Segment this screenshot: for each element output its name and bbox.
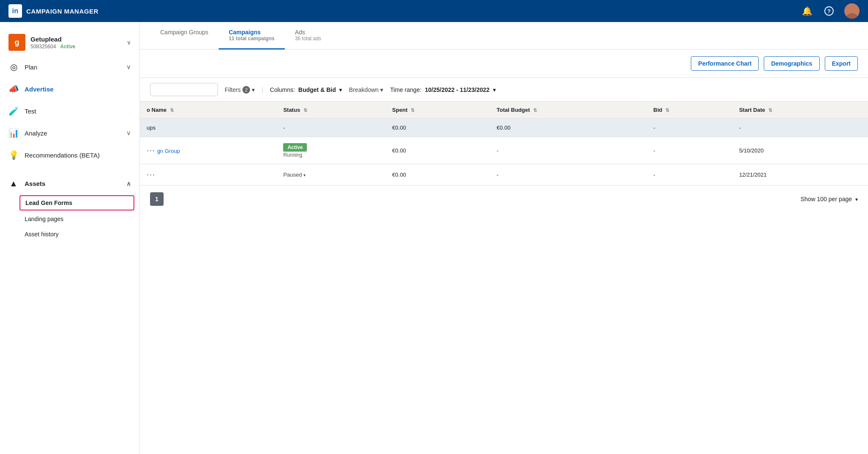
col-status: Status ⇅	[276, 102, 385, 119]
export-button[interactable]: Export	[825, 56, 858, 71]
col-spent: Spent ⇅	[385, 102, 490, 119]
sidebar-item-lead-gen-forms[interactable]: Lead Gen Forms	[19, 195, 134, 210]
asset-history-label: Asset history	[25, 231, 58, 238]
sidebar-item-asset-history[interactable]: Asset history	[0, 227, 139, 242]
row2-paused-chevron-icon[interactable]: ▾	[303, 173, 306, 177]
row2-status: Paused ▾	[276, 164, 385, 185]
linkedin-logo: in	[8, 4, 22, 18]
svg-point-3	[846, 13, 857, 19]
col-total-budget: Total Budget ⇅	[490, 102, 647, 119]
row2-name: ···	[140, 164, 276, 185]
top-nav-right: 🔔 ?	[800, 3, 860, 19]
account-avatar: g	[8, 34, 25, 51]
columns-chevron-icon: ▾	[339, 86, 342, 93]
group-start-date: -	[732, 119, 868, 137]
col-start-date-sort-icon[interactable]: ⇅	[768, 108, 772, 113]
filters-button[interactable]: Filters 2 ▾	[225, 86, 255, 94]
toolbar: Performance Chart Demographics Export	[140, 50, 868, 78]
tab-campaign-groups-label: Campaign Groups	[160, 29, 209, 36]
brand-text: CAMPAIGN MANAGER	[26, 8, 98, 15]
col-name-sort-icon[interactable]: ⇅	[170, 108, 174, 113]
per-page-chevron-icon[interactable]: ▾	[855, 197, 858, 202]
group-bid: -	[647, 119, 732, 137]
sidebar-item-landing-pages[interactable]: Landing pages	[0, 211, 139, 227]
row1-status-text: Running	[283, 152, 302, 158]
analyze-icon: 📊	[8, 128, 19, 138]
main-content: Campaign Groups Campaigns 11 total campa…	[140, 22, 868, 454]
tab-campaigns-count: 11 total campaigns	[229, 36, 275, 42]
breakdown-chevron-icon: ▾	[380, 86, 383, 93]
col-status-sort-icon[interactable]: ⇅	[303, 108, 307, 113]
plan-chevron-icon: ∨	[126, 63, 131, 71]
account-status: Active	[60, 44, 75, 50]
account-id: 508325604	[31, 44, 56, 50]
group-status: -	[276, 119, 385, 137]
row2-bid: -	[647, 164, 732, 185]
advertise-icon: 📣	[8, 84, 19, 94]
row2-total-budget: -	[490, 164, 647, 185]
sidebar: g Getuplead 508325604 Active ∨ ◎ Plan ∨ …	[0, 22, 140, 454]
sidebar-item-test-label: Test	[25, 108, 36, 115]
test-icon: 🧪	[8, 106, 19, 116]
brand: in CAMPAIGN MANAGER	[8, 4, 98, 18]
col-total-budget-sort-icon[interactable]: ⇅	[533, 108, 537, 113]
row2-menu-button[interactable]: ···	[147, 170, 156, 179]
col-name: o Name ⇅	[140, 102, 276, 119]
row1-bid: -	[647, 137, 732, 164]
breakdown-button[interactable]: Breakdown ▾	[349, 86, 383, 93]
per-page-control: Show 100 per page ▾	[801, 196, 858, 202]
col-spent-sort-icon[interactable]: ⇅	[411, 108, 415, 113]
sidebar-item-plan[interactable]: ◎ Plan ∨	[0, 56, 139, 78]
account-id-status: 508325604 Active	[31, 43, 122, 50]
col-bid: Bid ⇅	[647, 102, 732, 119]
analyze-chevron-icon: ∨	[126, 129, 131, 137]
account-selector[interactable]: g Getuplead 508325604 Active ∨	[0, 29, 139, 56]
filters-count: 2	[242, 86, 250, 94]
page-1-button[interactable]: 1	[150, 192, 164, 206]
filter-bar: Filters 2 ▾ | Columns: Budget & Bid ▾ Br…	[140, 78, 868, 102]
row1-spent: €0.00	[385, 137, 490, 164]
row1-name-link[interactable]: gn Group	[157, 148, 180, 154]
sidebar-item-test[interactable]: 🧪 Test	[0, 100, 139, 122]
performance-chart-button[interactable]: Performance Chart	[691, 56, 759, 71]
row2-paused-status: Paused	[283, 172, 302, 178]
sidebar-item-plan-label: Plan	[25, 64, 37, 71]
search-input[interactable]	[150, 83, 218, 96]
assets-section-header[interactable]: ▲ Assets ∧	[0, 173, 139, 194]
table-row-group: ups - €0.00 €0.00 - -	[140, 119, 868, 137]
sidebar-item-recommendations-label: Recommendations (BETA)	[25, 152, 100, 159]
svg-point-2	[849, 6, 855, 12]
tab-campaigns-label: Campaigns	[229, 29, 261, 36]
filter-separator: |	[262, 86, 263, 93]
filters-chevron-icon: ▾	[252, 86, 255, 93]
assets-label: Assets	[25, 180, 45, 187]
tab-campaign-groups[interactable]: Campaign Groups	[150, 22, 219, 50]
col-bid-sort-icon[interactable]: ⇅	[665, 108, 669, 113]
top-navigation: in CAMPAIGN MANAGER 🔔 ?	[0, 0, 868, 22]
columns-label: Columns: Budget & Bid ▾	[270, 86, 342, 93]
user-avatar[interactable]	[844, 3, 860, 19]
time-range-chevron-icon: ▾	[493, 86, 496, 93]
group-total-budget: €0.00	[490, 119, 647, 137]
pagination-pages: 1	[150, 192, 164, 206]
account-name: Getuplead	[31, 36, 122, 43]
sidebar-item-advertise[interactable]: 📣 Advertise	[0, 78, 139, 100]
notifications-icon[interactable]: 🔔	[800, 4, 814, 18]
account-chevron-icon: ∨	[127, 39, 131, 46]
row1-menu-button[interactable]: ···	[147, 146, 156, 155]
help-icon[interactable]: ?	[822, 4, 836, 18]
row2-spent: €0.00	[385, 164, 490, 185]
tab-ads[interactable]: Ads 36 total ads	[285, 22, 331, 50]
tab-campaigns[interactable]: Campaigns 11 total campaigns	[219, 22, 285, 50]
demographics-button[interactable]: Demographics	[764, 56, 819, 71]
landing-pages-label: Landing pages	[25, 216, 64, 222]
account-info: Getuplead 508325604 Active	[31, 36, 122, 50]
table-row: ··· Paused ▾ €0.00 - - 12/21/2021	[140, 164, 868, 185]
row1-total-budget: -	[490, 137, 647, 164]
sidebar-item-recommendations[interactable]: 💡 Recommendations (BETA)	[0, 144, 139, 166]
group-spent: €0.00	[385, 119, 490, 137]
sidebar-item-analyze[interactable]: 📊 Analyze ∨	[0, 122, 139, 144]
assets-icon: ▲	[8, 179, 19, 188]
col-start-date: Start Date ⇅	[732, 102, 868, 119]
svg-text:?: ?	[827, 8, 831, 14]
